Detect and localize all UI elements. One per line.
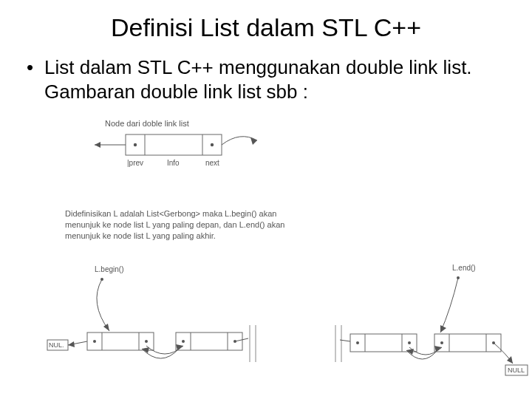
bullet-item: • List dalam STL C++ menggunakan double … <box>0 42 532 103</box>
svg-point-3 <box>134 143 137 146</box>
svg-marker-5 <box>95 142 100 148</box>
svg-point-33 <box>356 341 359 344</box>
svg-point-38 <box>440 341 443 344</box>
svg-rect-35 <box>434 334 501 352</box>
svg-rect-0 <box>126 134 222 155</box>
begin-diagram: L.begin() NUL. <box>44 259 251 377</box>
svg-rect-30 <box>350 334 417 352</box>
svg-point-20 <box>182 340 185 343</box>
definition-text: Didefinisikan L adalah List<Gerbong> mak… <box>65 208 309 242</box>
end-diagram: L.end() NULL <box>340 257 532 383</box>
label-null-left: NUL. <box>49 341 64 349</box>
bullet-text: List dalam STL C++ menggunakan double li… <box>44 55 505 103</box>
svg-point-4 <box>211 143 214 146</box>
slide-title: Definisi List dalam STL C++ <box>0 0 532 42</box>
svg-marker-11 <box>68 341 75 347</box>
svg-point-15 <box>93 340 96 343</box>
label-null-right: NULL <box>508 366 525 374</box>
label-begin: L.begin() <box>95 265 123 273</box>
label-prev: |prev <box>127 159 143 167</box>
label-end: L.end() <box>452 264 476 272</box>
separator-1 <box>248 325 263 369</box>
node-diagram: |prev Info next <box>74 127 266 179</box>
label-next: next <box>205 159 219 167</box>
label-info: Info <box>167 159 180 167</box>
svg-rect-12 <box>87 332 154 350</box>
svg-point-34 <box>408 341 411 344</box>
svg-rect-17 <box>176 332 242 350</box>
svg-point-16 <box>145 340 148 343</box>
svg-marker-8 <box>103 324 109 331</box>
bullet-dot: • <box>27 55 44 80</box>
